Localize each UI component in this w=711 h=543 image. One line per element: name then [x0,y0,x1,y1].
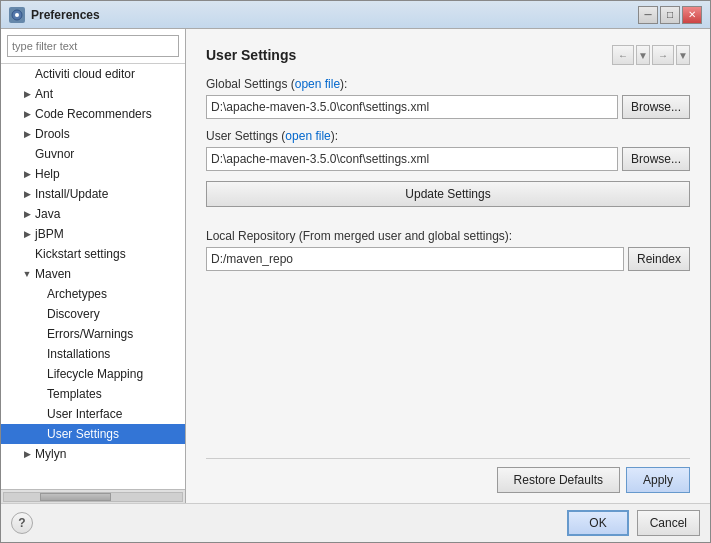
restore-defaults-button[interactable]: Restore Defaults [497,467,620,493]
sidebar-item-templates[interactable]: ▶Templates [1,384,185,404]
footer: ? OK Cancel [1,503,710,542]
sidebar-item-discovery[interactable]: ▶Discovery [1,304,185,324]
user-settings-link[interactable]: open file [285,129,330,143]
close-button[interactable]: ✕ [682,6,702,24]
bottom-buttons: Restore Defaults Apply [206,458,690,493]
main-header: User Settings ← ▼ → ▼ [206,45,690,65]
tree-arrow-help: ▶ [21,168,33,180]
filter-box [1,29,185,64]
sidebar-item-label-discovery: Discovery [47,307,100,321]
sidebar-item-label-drools: Drools [35,127,70,141]
sidebar: ▶Activiti cloud editor▶Ant▶Code Recommen… [1,29,186,503]
sidebar-item-label-guvnor: Guvnor [35,147,74,161]
global-settings-path-input[interactable] [206,95,618,119]
sidebar-item-label-activiti: Activiti cloud editor [35,67,135,81]
local-repo-section: Local Repository (From merged user and g… [206,229,690,281]
tree-arrow-jbpm: ▶ [21,228,33,240]
sidebar-item-lifecycle-mapping[interactable]: ▶Lifecycle Mapping [1,364,185,384]
sidebar-item-label-errors-warnings: Errors/Warnings [47,327,133,341]
global-settings-label: Global Settings (open file): [206,77,690,91]
sidebar-item-install-update[interactable]: ▶Install/Update [1,184,185,204]
sidebar-item-label-installations: Installations [47,347,110,361]
local-repo-row: Reindex [206,247,690,271]
reindex-button[interactable]: Reindex [628,247,690,271]
sidebar-item-user-settings[interactable]: ▶User Settings [1,424,185,444]
titlebar: Preferences ─ □ ✕ [1,1,710,29]
sidebar-item-label-maven: Maven [35,267,71,281]
sidebar-item-label-user-interface: User Interface [47,407,122,421]
back-button[interactable]: ← [612,45,634,65]
sidebar-item-activiti[interactable]: ▶Activiti cloud editor [1,64,185,84]
sidebar-item-label-user-settings: User Settings [47,427,119,441]
sidebar-item-help[interactable]: ▶Help [1,164,185,184]
sidebar-item-errors-warnings[interactable]: ▶Errors/Warnings [1,324,185,344]
sidebar-item-user-interface[interactable]: ▶User Interface [1,404,185,424]
sidebar-item-label-mylyn: Mylyn [35,447,66,461]
tree: ▶Activiti cloud editor▶Ant▶Code Recommen… [1,64,185,489]
local-repo-label: Local Repository (From merged user and g… [206,229,690,243]
sidebar-item-drools[interactable]: ▶Drools [1,124,185,144]
sidebar-item-label-install-update: Install/Update [35,187,108,201]
forward-dropdown[interactable]: ▼ [676,45,690,65]
sidebar-item-label-java: Java [35,207,60,221]
tree-arrow-code-recommenders: ▶ [21,108,33,120]
main-panel: User Settings ← ▼ → ▼ Global Settings (o… [186,29,710,503]
user-settings-path-input[interactable] [206,147,618,171]
window-title: Preferences [31,8,638,22]
sidebar-item-label-ant: Ant [35,87,53,101]
sidebar-item-code-recommenders[interactable]: ▶Code Recommenders [1,104,185,124]
sidebar-item-label-code-recommenders: Code Recommenders [35,107,152,121]
tree-arrow-mylyn: ▶ [21,448,33,460]
sidebar-item-kickstart[interactable]: ▶Kickstart settings [1,244,185,264]
global-settings-browse-button[interactable]: Browse... [622,95,690,119]
sidebar-item-jbpm[interactable]: ▶jBPM [1,224,185,244]
help-button[interactable]: ? [11,512,33,534]
window-icon [9,7,25,23]
apply-button[interactable]: Apply [626,467,690,493]
back-dropdown[interactable]: ▼ [636,45,650,65]
content-area: ▶Activiti cloud editor▶Ant▶Code Recommen… [1,29,710,503]
window-controls: ─ □ ✕ [638,6,702,24]
sidebar-item-label-jbpm: jBPM [35,227,64,241]
sidebar-item-java[interactable]: ▶Java [1,204,185,224]
sidebar-item-ant[interactable]: ▶Ant [1,84,185,104]
svg-point-1 [15,13,19,17]
scrollbar-track[interactable] [3,492,183,502]
sidebar-item-label-lifecycle-mapping: Lifecycle Mapping [47,367,143,381]
filter-input[interactable] [7,35,179,57]
tree-arrow-drools: ▶ [21,128,33,140]
user-settings-row: Browse... [206,147,690,171]
sidebar-item-archetypes[interactable]: ▶Archetypes [1,284,185,304]
scrollbar-thumb[interactable] [40,493,111,501]
forward-button[interactable]: → [652,45,674,65]
tree-arrow-maven: ▼ [21,268,33,280]
sidebar-item-guvnor[interactable]: ▶Guvnor [1,144,185,164]
local-repo-path-input[interactable] [206,247,624,271]
sidebar-item-label-help: Help [35,167,60,181]
global-settings-link[interactable]: open file [295,77,340,91]
minimize-button[interactable]: ─ [638,6,658,24]
tree-arrow-ant: ▶ [21,88,33,100]
global-settings-row: Browse... [206,95,690,119]
preferences-window: Preferences ─ □ ✕ ▶Activiti cloud editor… [0,0,711,543]
sidebar-item-label-kickstart: Kickstart settings [35,247,126,261]
nav-buttons: ← ▼ → ▼ [612,45,690,65]
sidebar-item-label-templates: Templates [47,387,102,401]
ok-button[interactable]: OK [567,510,628,536]
user-settings-browse-button[interactable]: Browse... [622,147,690,171]
restore-button[interactable]: □ [660,6,680,24]
tree-arrow-java: ▶ [21,208,33,220]
sidebar-item-mylyn[interactable]: ▶Mylyn [1,444,185,464]
user-settings-label: User Settings (open file): [206,129,690,143]
update-settings-button[interactable]: Update Settings [206,181,690,207]
sidebar-item-label-archetypes: Archetypes [47,287,107,301]
sidebar-item-maven[interactable]: ▼Maven [1,264,185,284]
cancel-button[interactable]: Cancel [637,510,700,536]
sidebar-scrollbar[interactable] [1,489,185,503]
main-title: User Settings [206,47,296,63]
sidebar-item-installations[interactable]: ▶Installations [1,344,185,364]
tree-arrow-install-update: ▶ [21,188,33,200]
